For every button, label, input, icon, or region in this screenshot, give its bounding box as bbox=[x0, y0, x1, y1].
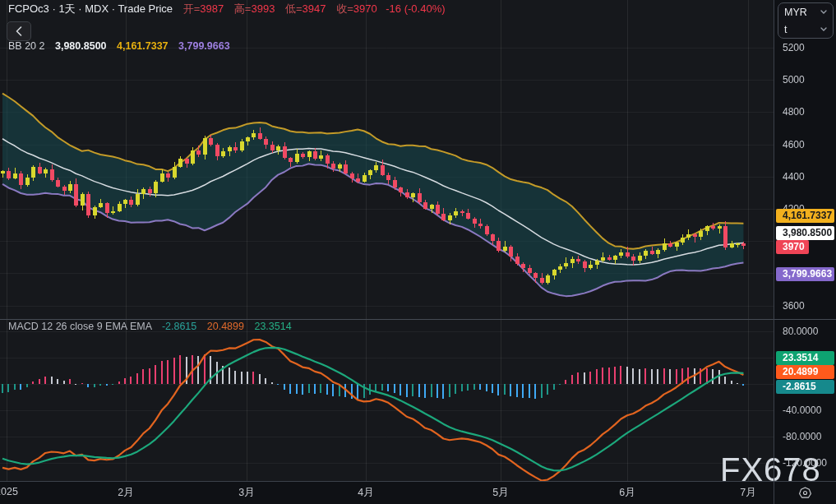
macd-legend: MACD 12 26 close 9 EMA EMA -2.8615 20.48… bbox=[8, 321, 292, 332]
pane-separator[interactable] bbox=[0, 319, 836, 320]
macd-line-value: 20.4899 bbox=[207, 321, 244, 332]
settings-gear-icon bbox=[798, 486, 812, 500]
bb-label: BB 20 2 bbox=[8, 40, 44, 52]
time-tick-label: 4月 bbox=[358, 486, 373, 500]
bb-basis-tag: 3,980.8500 bbox=[776, 226, 834, 240]
axis-settings-button[interactable] bbox=[774, 482, 836, 504]
price-tick-label: 4800 bbox=[783, 105, 805, 118]
bb-lower-value: 3,799.9663 bbox=[178, 40, 230, 52]
macd-tick-label: -80.0000 bbox=[783, 430, 821, 443]
macd-label: MACD 12 26 close 9 EMA EMA bbox=[8, 321, 151, 332]
change-value: -16 (-0.40%) bbox=[386, 2, 445, 15]
time-tick-label: 2025 bbox=[0, 486, 18, 497]
macd-tick-label: -40.0000 bbox=[783, 404, 821, 417]
time-tick-label: 5月 bbox=[492, 486, 508, 500]
bb-upper-tag: 4,161.7337 bbox=[776, 209, 834, 223]
bb-upper-value: 4,161.7337 bbox=[117, 40, 169, 52]
macd-tick-label: 80.0000 bbox=[783, 325, 818, 338]
bollinger-legend: BB 20 2 3,980.8500 4,161.7337 3,799.9663 bbox=[8, 40, 230, 52]
chevron-down-icon bbox=[820, 27, 827, 31]
time-tick-label: 2月 bbox=[118, 486, 133, 500]
currency-unit-panel: MYR t bbox=[778, 2, 834, 39]
chart-window: FCPOc3 · 1天 · MDX · Trade Price 开=3987 高… bbox=[0, 0, 836, 504]
unit-dropdown[interactable]: t bbox=[778, 21, 833, 38]
bb-lower-tag: 3,799.9663 bbox=[776, 267, 834, 281]
macd-tick-label: -120.0000 bbox=[783, 456, 827, 469]
back-button[interactable] bbox=[7, 21, 31, 41]
time-tick-label: 7月 bbox=[740, 486, 755, 500]
price-chart-canvas[interactable] bbox=[0, 0, 836, 504]
macd-signal-value: 23.3514 bbox=[254, 321, 291, 332]
time-tick-label: 3月 bbox=[238, 486, 254, 500]
price-axis[interactable]: 52005000480046004400420040003800360080.0… bbox=[774, 0, 836, 504]
price-tick-label: 4600 bbox=[783, 138, 805, 151]
close-value: 收=3970 bbox=[336, 2, 377, 15]
unit-value: t bbox=[784, 24, 787, 35]
open-value: 开=3987 bbox=[183, 2, 224, 15]
symbol-title: FCPOc3 · 1天 · MDX · Trade Price bbox=[8, 2, 173, 15]
low-value: 低=3947 bbox=[285, 2, 326, 15]
macd-line-tag: 20.4899 bbox=[776, 365, 834, 379]
high-value: 高=3993 bbox=[234, 2, 275, 15]
price-tick-label: 5000 bbox=[783, 73, 805, 86]
bb-basis-value: 3,980.8500 bbox=[55, 40, 107, 52]
macd-hist-value: -2.8615 bbox=[162, 321, 196, 332]
last-price-tag: 3970 bbox=[776, 240, 809, 254]
price-tick-label: 3600 bbox=[783, 299, 805, 312]
macd-hist-tag: -2.8615 bbox=[776, 380, 834, 394]
chevron-left-icon bbox=[16, 26, 22, 36]
macd-signal-tag: 23.3514 bbox=[776, 351, 834, 365]
price-tick-label: 5200 bbox=[783, 41, 805, 54]
currency-value: MYR bbox=[784, 7, 807, 18]
time-tick-label: 6月 bbox=[619, 486, 635, 500]
price-tick-label: 4400 bbox=[783, 170, 805, 183]
chevron-down-icon bbox=[820, 10, 827, 14]
symbol-legend: FCPOc3 · 1天 · MDX · Trade Price 开=3987 高… bbox=[8, 2, 446, 16]
time-axis[interactable]: 20252月3月4月5月6月7月 bbox=[0, 482, 836, 504]
currency-dropdown[interactable]: MYR bbox=[778, 3, 833, 21]
